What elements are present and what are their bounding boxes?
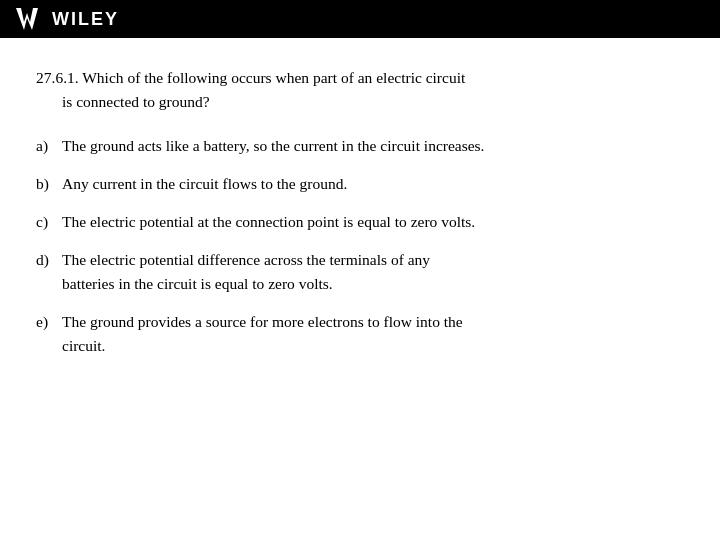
logo-container: WILEY [16,8,119,30]
answer-a: a) The ground acts like a battery, so th… [36,134,684,158]
answer-b-text: Any current in the circuit flows to the … [62,172,684,196]
wiley-logo-text: WILEY [52,9,119,30]
answer-c-label: c) [36,210,62,234]
answer-e-label: e) [36,310,62,334]
svg-marker-0 [16,8,38,30]
answer-e-text: The ground provides a source for more el… [62,310,684,358]
answer-d-text: The electric potential difference across… [62,248,684,296]
answer-a-label: a) [36,134,62,158]
answer-d: d) The electric potential difference acr… [36,248,684,296]
answer-b-label: b) [36,172,62,196]
question-body-line2: is connected to ground? [36,93,210,110]
header: WILEY [0,0,720,38]
question-body-line1: Which of the following occurs when part … [82,69,465,86]
question-number: 27.6.1. [36,69,82,86]
answer-a-text: The ground acts like a battery, so the c… [62,134,684,158]
answer-c: c) The electric potential at the connect… [36,210,684,234]
answer-d-label: d) [36,248,62,272]
main-content: 27.6.1. Which of the following occurs wh… [0,38,720,392]
answer-c-text: The electric potential at the connection… [62,210,684,234]
answer-e: e) The ground provides a source for more… [36,310,684,358]
wiley-logo-icon [16,8,44,30]
answer-b: b) Any current in the circuit flows to t… [36,172,684,196]
question-text: 27.6.1. Which of the following occurs wh… [36,66,684,114]
